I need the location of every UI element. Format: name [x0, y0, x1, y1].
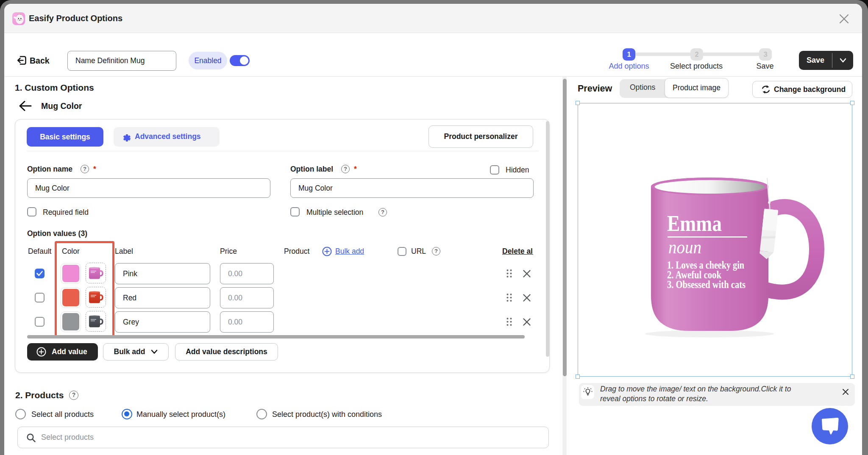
- svg-text:Emma: Emma: [667, 211, 722, 236]
- svg-text:noun: noun: [668, 236, 701, 258]
- svg-text:3. Obsessed with cats: 3. Obsessed with cats: [667, 279, 746, 290]
